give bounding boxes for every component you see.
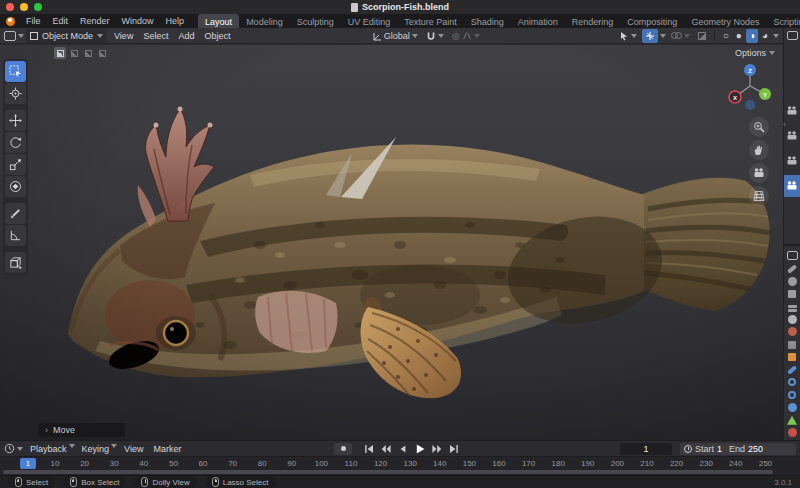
tool-add-cube[interactable] [5,252,26,273]
menu-file[interactable]: File [20,16,47,26]
prev-keyframe-button[interactable] [379,443,393,455]
menu-edit[interactable]: Edit [47,16,75,26]
workspace-tab-texture-paint[interactable]: Texture Paint [397,14,464,28]
toggle-xray[interactable] [695,29,709,43]
workspace-tab-modeling[interactable]: Modeling [239,14,290,28]
jump-end-button[interactable] [447,443,461,455]
zoom-view-button[interactable] [749,117,769,137]
shading-dropdown-icon[interactable] [773,34,779,38]
outliner-row-object-1[interactable] [784,125,800,147]
viewport-menu-object[interactable]: Object [199,31,235,41]
workspace-tab-rendering[interactable]: Rendering [565,14,621,28]
workspace-tab-uv-editing[interactable]: UV Editing [341,14,398,28]
shading-wireframe-button[interactable]: ○ [720,29,732,43]
workspace-tab-animation[interactable]: Animation [511,14,565,28]
operator-panel-move[interactable]: › Move [38,423,125,437]
workspace-tab-shading[interactable]: Shading [464,14,511,28]
properties-tab-constraints[interactable] [786,403,799,413]
properties-tab-tool[interactable] [786,264,799,274]
properties-tab-physics[interactable] [786,390,799,400]
navigation-gizmo[interactable]: Z X Y [727,61,773,111]
tool-rotate[interactable] [5,132,26,153]
select-mode-subtract[interactable] [82,47,94,59]
outliner-row-scorpion-fish[interactable] [784,175,800,197]
editor-type-icon[interactable] [4,31,16,41]
shading-material-preview-button[interactable]: ◑ [746,29,758,43]
prev-frame-button[interactable] [396,443,410,455]
render-tab-icon [788,277,797,286]
object-type-visibility-dropdown[interactable] [616,29,640,43]
menu-help[interactable]: Help [160,16,191,26]
outliner-row-camera[interactable] [784,100,800,122]
timeline-menu-view[interactable]: View [119,444,148,454]
select-mode-intersect[interactable] [96,47,108,59]
show-gizmo-toggle[interactable] [642,29,658,43]
select-mode-extend[interactable] [68,47,80,59]
right-editor-strip: ‹ [783,28,800,440]
timeline-menu-marker[interactable]: Marker [148,444,186,454]
start-frame-field[interactable]: 1 [717,444,722,454]
properties-tab-world[interactable] [786,327,799,337]
play-button[interactable] [413,443,427,455]
timeline-menu-playback[interactable]: Playback [25,444,72,454]
viewport-canvas[interactable]: Options Z X Y [0,45,783,440]
transform-orientation-selector[interactable]: Global [369,29,421,43]
timeline-ruler[interactable]: 1 10203040506070809010011012013014015016… [0,456,800,469]
current-frame-field[interactable]: 1 [620,443,672,455]
pan-view-button[interactable] [749,140,769,160]
viewport-menu-add[interactable]: Add [173,31,199,41]
workspace-tab-geometry-nodes[interactable]: Geometry Nodes [684,14,766,28]
viewport-menu-select[interactable]: Select [138,31,173,41]
next-keyframe-button[interactable] [430,443,444,455]
workspace-tab-layout[interactable]: Layout [198,14,239,28]
properties-tab-material[interactable] [786,428,799,438]
properties-tab-object-data[interactable] [786,415,799,425]
properties-tab-render[interactable] [786,277,799,287]
outliner-editor-icon[interactable] [787,31,798,40]
snap-toggle[interactable] [423,29,447,43]
outliner-row-object-2[interactable] [784,150,800,172]
timeline-menu-keying[interactable]: Keying [77,444,115,454]
tool-scale[interactable] [5,154,26,175]
show-overlays-toggle[interactable] [668,29,693,43]
workspace-tab-compositing[interactable]: Compositing [620,14,684,28]
viewport-menu-view[interactable]: View [109,31,138,41]
properties-tab-modifiers[interactable] [786,365,799,375]
tool-move[interactable] [5,110,26,131]
scorpion-fish-model[interactable] [0,45,783,440]
tool-annotate[interactable] [5,203,26,224]
properties-tab-particles[interactable] [786,377,799,387]
ruler-tick-80: 80 [252,459,272,468]
tool-cursor[interactable] [5,83,26,104]
properties-tab-collection[interactable] [786,340,799,350]
workspace-tab-scripting[interactable]: Scripting [766,14,800,28]
tool-measure[interactable] [5,225,26,246]
properties-editor-icon[interactable] [787,251,798,260]
gizmo-dropdown-icon[interactable] [660,34,666,38]
shading-solid-button[interactable]: ● [733,29,745,43]
playhead-current-frame[interactable]: 1 [20,458,36,469]
select-mode-set[interactable] [54,47,66,59]
auto-keying-record-button[interactable] [334,443,352,455]
shading-rendered-button[interactable]: ◕ [759,29,771,43]
properties-tab-output[interactable] [786,289,799,299]
options-button[interactable]: Options [735,48,775,58]
properties-tab-object[interactable] [786,352,799,362]
proportional-editing-toggle[interactable]: ◎ [449,29,483,43]
properties-tab-view-layer[interactable] [786,302,799,312]
workspace-tab-sculpting[interactable]: Sculpting [290,14,341,28]
toggle-perspective-button[interactable] [749,186,769,206]
menu-render[interactable]: Render [74,16,116,26]
timeline-editor-icon[interactable] [4,443,15,454]
tool-transform[interactable] [5,176,26,197]
menu-window[interactable]: Window [116,16,160,26]
end-frame-field[interactable]: 250 [748,444,763,454]
properties-tab-scene[interactable] [786,314,799,324]
scrollbar-handle[interactable] [3,470,773,474]
mode-selector[interactable]: Object Mode [26,29,107,43]
blender-logo-icon[interactable] [6,17,15,26]
jump-start-button[interactable] [362,443,376,455]
camera-view-button[interactable] [749,163,769,183]
tool-select-box[interactable] [5,61,26,82]
ruler-tick-60: 60 [193,459,213,468]
